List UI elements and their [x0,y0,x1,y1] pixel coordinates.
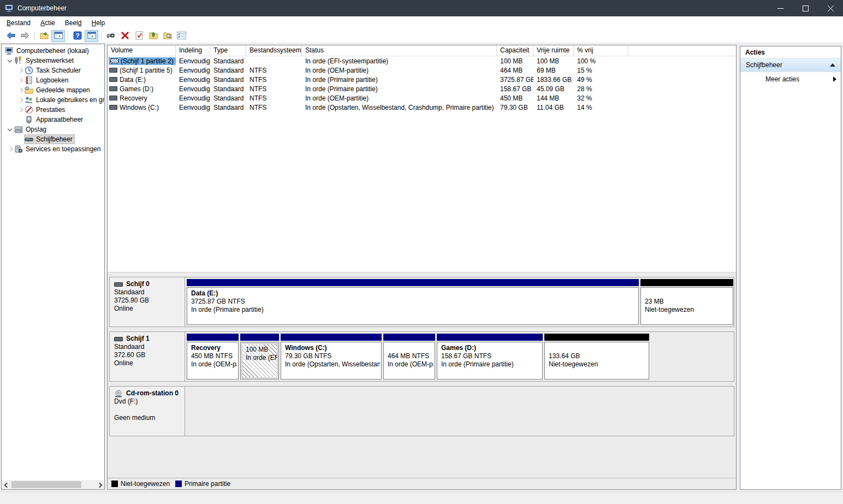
close-button[interactable] [818,0,843,16]
mark-active-button[interactable] [132,30,146,42]
selected-volume-highlight: (Schijf 1 partitie 2) [109,57,175,65]
svg-text:22: 22 [25,87,28,90]
volume-icon [110,58,118,63]
menu-actie[interactable]: Actie [35,17,60,29]
partition-data-e[interactable]: Data (E:) 3725.87 GB NTFS In orde (Prima… [187,279,639,325]
cdrom-icon [114,390,124,397]
forward-button[interactable] [18,30,32,42]
toggle-action-pane-button[interactable] [85,30,98,42]
event-log-book-icon [25,76,33,85]
help-button[interactable]: ? [70,30,84,42]
column-header-bestandssysteem[interactable]: Bestandssysteem [246,45,302,56]
folder-up-icon [149,31,158,41]
column-header-pct-vrij[interactable]: % vrij [574,45,628,56]
partition-unallocated-schijf1[interactable]: 133.64 GB Niet-toegewezen [544,334,649,380]
tree-item-services-en-toepassingen[interactable]: Services en toepassingen [2,144,104,154]
properties-button[interactable] [175,30,188,42]
back-arrow-icon [7,32,15,41]
actions-section-schijfbeheer[interactable]: Schijfbeheer [740,58,841,72]
volume-row-windows-c[interactable]: Windows (C:) Eenvoudig Standaard NTFS In… [108,103,736,112]
tree-item-computerbeheer-lokaal[interactable]: Computerbeheer (lokaal) [2,46,104,56]
disk-label-cdrom0[interactable]: Cd-rom-station 0 Dvd (F:) Geen medium [110,387,185,436]
primary-partition-band [240,334,279,341]
system-tools-icon [14,56,23,65]
more-actions-item[interactable]: Meer acties [740,72,841,86]
scrollbar-thumb[interactable] [11,481,81,488]
partition-oem-464mb[interactable]: 464 MB NTFS In orde (OEM-partitie) [383,334,435,380]
scrollbar-track[interactable] [10,480,96,489]
task-scheduler-clock-icon [25,66,33,75]
volume-row-data-e[interactable]: Data (E:) Eenvoudig Standaard NTFS In or… [108,75,736,84]
volume-row-schijf1-partitie2[interactable]: (Schijf 1 partitie 2) Eenvoudig Standaar… [108,56,736,66]
disk-graph-schijf0: Data (E:) 3725.87 GB NTFS In orde (Prima… [185,277,736,327]
actions-pane-title: Acties [740,46,841,58]
legend-unallocated-swatch [111,481,118,487]
find-button[interactable] [161,30,174,42]
scroll-right-arrow-icon[interactable] [96,480,104,489]
help-icon: ? [73,31,82,41]
rescan-disks-button[interactable] [104,30,117,42]
tree-item-lokale-gebruikers[interactable]: Lokale gebruikers en gr [2,95,104,105]
chevron-right-icon[interactable] [7,145,14,153]
disk-label-schijf0[interactable]: Schijf 0 Standaard 3725.90 GB Online [110,277,185,327]
chevron-right-icon[interactable] [17,67,25,74]
menu-help[interactable]: Help [86,17,110,29]
forward-arrow-icon [21,32,29,41]
tree-item-apparaatbeheer[interactable]: Apparaatbeheer [2,115,104,124]
volume-row-schijf1-partitie5[interactable]: (Schijf 1 partitie 5) Eenvoudig Standaar… [108,66,736,75]
partition-windows-c[interactable]: Windows (C:) 79.30 GB NTFS In orde (Opst… [281,334,382,380]
status-bar [0,491,843,504]
partition-games-d[interactable]: Games (D:) 158.67 GB NTFS In orde (Prima… [437,334,543,380]
chevron-down-icon[interactable] [7,57,14,64]
tree-item-logboeken[interactable]: Logboeken [2,75,104,85]
chevron-right-icon[interactable] [17,76,25,84]
collapse-section-icon[interactable] [830,63,835,67]
chevron-right-icon[interactable] [17,96,25,104]
scroll-left-arrow-icon[interactable] [2,480,10,489]
primary-partition-band [383,334,435,341]
chevron-right-icon[interactable] [17,86,25,94]
back-button[interactable] [4,30,17,42]
toggle-console-tree-button[interactable] [51,30,65,42]
column-header-filler [628,45,736,56]
tree-item-gedeelde-mappen[interactable]: 22 Gedeelde mappen [2,85,104,95]
column-header-status[interactable]: Status [302,45,497,56]
rescan-tool-icon [106,32,115,40]
maximize-button[interactable] [793,0,818,16]
chevron-down-icon[interactable] [7,126,14,133]
toolbar-separator [68,31,68,41]
title-bar: Computerbeheer [0,0,843,16]
column-header-capaciteit[interactable]: Capaciteit [497,45,533,56]
menu-beeld[interactable]: Beeld [60,17,87,29]
export-list-button[interactable] [37,30,51,42]
tree-item-schijfbeheer[interactable]: Schijfbeheer [2,134,104,144]
delete-volume-button[interactable] [118,30,132,42]
folder-up-button[interactable] [146,30,160,42]
tree-item-opslag[interactable]: Opslag [2,124,104,134]
column-header-indeling[interactable]: Indeling [176,45,210,56]
volume-row-recovery[interactable]: Recovery Eenvoudig Standaard NTFS In ord… [108,93,736,103]
properties-checklist-icon [177,32,186,41]
tree-item-prestaties[interactable]: Prestaties [2,105,104,115]
chevron-right-icon[interactable] [17,106,25,114]
toolbar-separator [34,31,35,41]
tree-item-task-scheduler[interactable]: Task Scheduler [2,66,104,75]
column-header-vrije-ruimte[interactable]: Vrije ruimte [533,45,574,56]
volume-row-games-d[interactable]: Games (D:) Eenvoudig Standaard NTFS In o… [108,84,736,93]
partition-recovery[interactable]: Recovery 450 MB NTFS In orde (OEM-partit… [187,334,239,380]
chevron-placeholder [17,116,25,123]
partition-efi-selected[interactable]: 100 MB In orde (EFI-systeempartitie) [240,334,279,380]
menu-bestand[interactable]: Bestand [2,17,35,29]
tree-item-systeemwerkset[interactable]: Systeemwerkset [2,56,104,66]
minimize-button[interactable] [768,0,793,16]
tree-horizontal-scrollbar[interactable] [2,480,104,489]
shared-folders-icon: 22 [25,86,33,94]
console-tree-panel: Computerbeheer (lokaal) Systeemwerkset T… [1,44,105,490]
disk-label-schijf1[interactable]: Schijf 1 Standaard 372.60 GB Online [110,332,185,381]
column-header-volume[interactable]: Volume [108,45,176,56]
partition-unallocated-schijf0[interactable]: 23 MB Niet-toegewezen [640,279,733,325]
export-folder-icon [40,32,49,41]
disk-row-cdrom0: Cd-rom-station 0 Dvd (F:) Geen medium [109,386,734,436]
disk-management-icon [25,135,33,144]
column-header-type[interactable]: Type [210,45,246,56]
